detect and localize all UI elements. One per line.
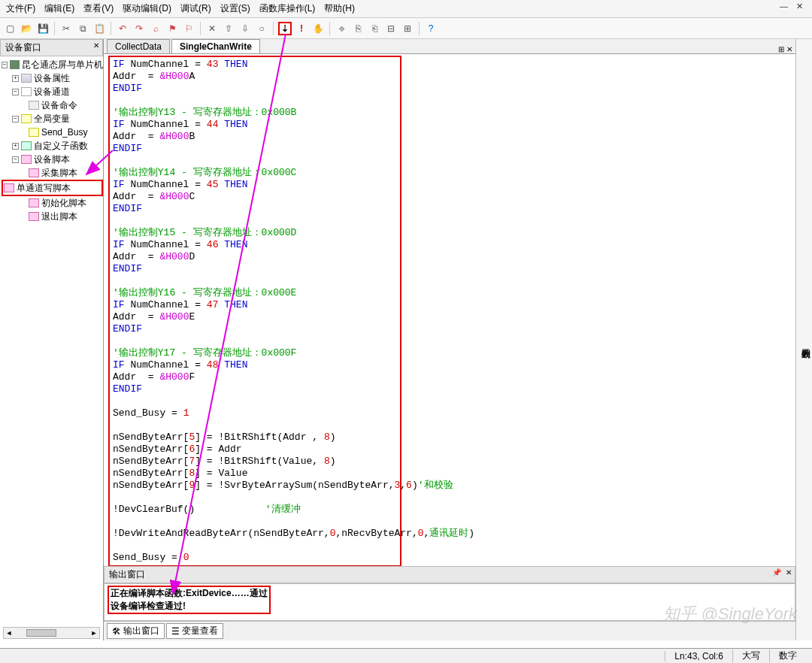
script-icon xyxy=(29,168,39,177)
device-panel-title: 设备窗口✕ xyxy=(0,39,103,56)
var-icon xyxy=(29,128,39,137)
function-list-sidebar[interactable]: 函数列表 xyxy=(795,39,812,640)
tree-prop[interactable]: 设备属性 xyxy=(34,71,70,85)
output-close-icon[interactable]: ✕ xyxy=(786,568,792,577)
cursor-position: Ln:43, Col:6 xyxy=(665,651,732,661)
help-icon[interactable]: ? xyxy=(424,22,438,35)
menu-bar: 文件(F) 编辑(E) 查看(V) 驱动编辑(D) 调试(R) 设置(S) 函数… xyxy=(0,0,812,18)
expand-icon[interactable]: − xyxy=(2,62,8,68)
bookmark-icon[interactable]: ⚑ xyxy=(165,22,179,35)
device-tree[interactable]: −昆仑通态屏与单片机 +设备属性 −设备通道 设备命令 −全局变量 Send_B… xyxy=(0,56,103,225)
output-panel-title: 输出窗口 📌 ✕ xyxy=(104,566,795,583)
save-icon[interactable]: 💾 xyxy=(36,22,50,35)
tab-controls[interactable]: ⊞ ✕ xyxy=(778,45,792,53)
compile-result: 正在编译脚本函数:ExitDevice……通过 设备编译检查通过! xyxy=(108,586,271,614)
tree-sendbusy[interactable]: Send_Busy xyxy=(41,126,87,139)
tree-channel[interactable]: 设备通道 xyxy=(34,85,70,98)
tree-gvar[interactable]: 全局变量 xyxy=(34,112,70,126)
redo-icon[interactable]: ↷ xyxy=(132,22,146,35)
tree-scripts[interactable]: 设备脚本 xyxy=(34,153,70,166)
script-icon xyxy=(29,198,39,207)
copy-icon[interactable]: ⧉ xyxy=(76,22,89,35)
expand-icon[interactable]: − xyxy=(12,89,19,95)
cmd-icon xyxy=(29,101,39,110)
expand-icon[interactable]: + xyxy=(12,143,19,150)
pin-icon[interactable]: 📌 xyxy=(772,568,781,577)
menu-edit[interactable]: 编辑(E) xyxy=(44,2,74,15)
step-into-icon[interactable]: ⎆ xyxy=(335,22,348,35)
bookmark2-icon[interactable]: ⚐ xyxy=(182,22,195,35)
code-block[interactable]: IF NumChannel = 43 THEN Addr = &H000A EN… xyxy=(108,56,401,566)
debug-run-icon[interactable]: ⇣ xyxy=(278,22,292,35)
tab-variables[interactable]: ☰变量查看 xyxy=(166,623,223,639)
script-icon xyxy=(29,212,39,221)
step-over-icon[interactable]: ⎘ xyxy=(351,22,365,35)
nav-right-icon[interactable]: ○ xyxy=(255,22,268,35)
tree-singlechan-script[interactable]: 单通道写脚本 xyxy=(17,181,71,195)
tab-collectdata[interactable]: CollectData xyxy=(107,39,170,53)
watch-icon[interactable]: ⊞ xyxy=(401,22,414,35)
break-icon[interactable]: ✋ xyxy=(311,22,325,35)
list-icon: ☰ xyxy=(171,626,180,637)
step-out-icon[interactable]: ⎗ xyxy=(368,22,381,35)
nav-up-icon[interactable]: ⇧ xyxy=(222,22,235,35)
hammer-icon: 🛠 xyxy=(112,626,121,637)
up-icon[interactable]: ✕ xyxy=(205,22,219,35)
panel-close-icon[interactable]: ✕ xyxy=(93,41,99,50)
toolbar: ▢ 📂 💾 ✂ ⧉ 📋 ↶ ↷ ⌕ ⚑ ⚐ ✕ ⇧ ⇩ ○ ⇣ ! ✋ ⎆ ⎘ … xyxy=(0,18,812,39)
undo-icon[interactable]: ↶ xyxy=(116,22,129,35)
expand-icon[interactable]: − xyxy=(12,116,19,123)
bottom-tabs: 🛠输出窗口 ☰变量查看 xyxy=(104,621,795,640)
var-icon xyxy=(21,114,32,123)
open-icon[interactable]: 📂 xyxy=(20,22,33,35)
menu-help[interactable]: 帮助(H) xyxy=(324,2,355,15)
cut-icon[interactable]: ✂ xyxy=(59,22,73,35)
script-group-icon xyxy=(21,155,32,164)
device-icon xyxy=(10,60,20,69)
prop-icon xyxy=(21,74,32,83)
caps-indicator: 大写 xyxy=(732,649,769,662)
expand-icon[interactable]: + xyxy=(12,75,19,82)
tab-singlechanwrite[interactable]: SingleChanWrite xyxy=(171,39,260,53)
menu-debug[interactable]: 调试(R) xyxy=(180,2,211,15)
tab-output[interactable]: 🛠输出窗口 xyxy=(107,623,165,639)
menu-view[interactable]: 查看(V) xyxy=(83,2,114,15)
window-controls[interactable]: — ✕ xyxy=(780,2,806,11)
num-indicator: 数字 xyxy=(769,649,806,662)
menu-file[interactable]: 文件(F) xyxy=(6,2,35,15)
code-editor[interactable]: IF NumChannel = 43 THEN Addr = &H000A EN… xyxy=(104,54,795,566)
tree-cmd[interactable]: 设备命令 xyxy=(41,98,77,112)
paste-icon[interactable]: 📋 xyxy=(92,22,106,35)
stop-icon[interactable]: ! xyxy=(295,22,308,35)
new-icon[interactable]: ▢ xyxy=(3,22,17,35)
script-icon xyxy=(4,183,14,192)
find-icon[interactable]: ⌕ xyxy=(149,22,162,35)
nav-down-icon[interactable]: ⇩ xyxy=(238,22,252,35)
menu-funcs[interactable]: 函数库操作(L) xyxy=(259,2,316,15)
expand-icon[interactable]: − xyxy=(12,156,19,163)
run-to-icon[interactable]: ⊟ xyxy=(384,22,398,35)
channel-icon xyxy=(21,87,32,96)
menu-settings[interactable]: 设置(S) xyxy=(220,2,250,15)
fn-icon xyxy=(21,141,32,150)
tree-init-script[interactable]: 初始化脚本 xyxy=(41,196,86,210)
status-bar: Ln:43, Col:6 大写 数字 xyxy=(0,648,812,663)
tree-exit-script[interactable]: 退出脚本 xyxy=(41,210,77,223)
tree-root[interactable]: 昆仑通态屏与单片机 xyxy=(22,58,103,71)
output-panel[interactable]: 正在编译脚本函数:ExitDevice……通过 设备编译检查通过! xyxy=(104,583,795,621)
tree-collect-script[interactable]: 采集脚本 xyxy=(41,166,77,180)
editor-tabs: CollectData SingleChanWrite ⊞ ✕ xyxy=(104,39,795,54)
device-panel: 设备窗口✕ −昆仑通态屏与单片机 +设备属性 −设备通道 设备命令 −全局变量 … xyxy=(0,39,104,640)
tree-udf[interactable]: 自定义子函数 xyxy=(34,139,88,153)
menu-driver[interactable]: 驱动编辑(D) xyxy=(123,2,171,15)
tree-hscroll[interactable]: ◄► xyxy=(3,627,100,639)
